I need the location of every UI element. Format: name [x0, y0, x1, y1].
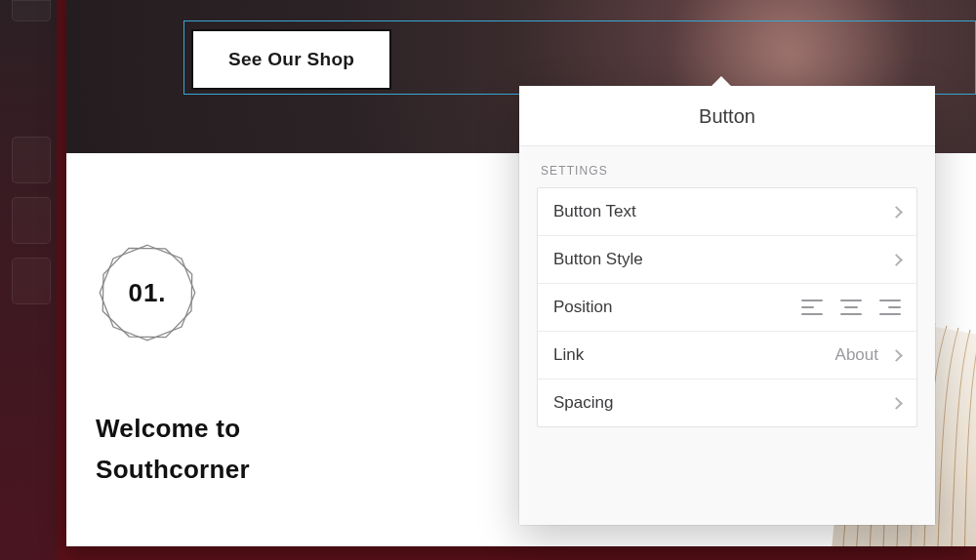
welcome-line-1: Welcome to	[96, 409, 250, 450]
setting-row-button-text[interactable]: Button Text	[538, 188, 916, 235]
button-settings-popover: Button SETTINGS Button Text Button Style…	[519, 86, 935, 525]
popover-title: Button	[519, 86, 935, 146]
badge-number: 01.	[96, 241, 199, 344]
align-left-icon[interactable]	[801, 300, 823, 315]
setting-row-position[interactable]: Position	[538, 283, 916, 331]
sidebar-slot[interactable]	[12, 137, 51, 183]
setting-label: Spacing	[553, 393, 613, 413]
chevron-right-icon	[890, 349, 903, 362]
section-number-badge: 01.	[96, 241, 199, 344]
link-current-value: About	[835, 345, 878, 365]
welcome-line-2: Southcorner	[96, 450, 250, 491]
chevron-right-icon	[890, 397, 903, 410]
sidebar-slot[interactable]	[12, 197, 51, 244]
chevron-right-icon	[890, 206, 903, 219]
align-center-icon[interactable]	[840, 300, 862, 315]
setting-label: Position	[553, 298, 612, 317]
position-align-group	[801, 300, 901, 315]
welcome-heading: Welcome to Southcorner	[96, 409, 250, 490]
app-sidebar	[0, 0, 57, 560]
setting-row-button-style[interactable]: Button Style	[538, 235, 916, 283]
setting-label: Link	[553, 345, 584, 365]
sidebar-slot[interactable]	[12, 258, 51, 304]
align-right-icon[interactable]	[879, 300, 901, 315]
popover-body: SETTINGS Button Text Button Style Positi…	[519, 146, 935, 525]
chevron-right-icon	[890, 254, 903, 266]
settings-section-label: SETTINGS	[541, 164, 917, 178]
setting-label: Button Text	[553, 202, 636, 221]
setting-row-spacing[interactable]: Spacing	[538, 379, 916, 426]
see-our-shop-button[interactable]: See Our Shop	[191, 29, 391, 90]
setting-label: Button Style	[553, 250, 643, 269]
setting-row-link[interactable]: Link About	[538, 331, 916, 379]
sidebar-slot[interactable]	[12, 0, 51, 21]
settings-list: Button Text Button Style Position	[537, 187, 917, 427]
